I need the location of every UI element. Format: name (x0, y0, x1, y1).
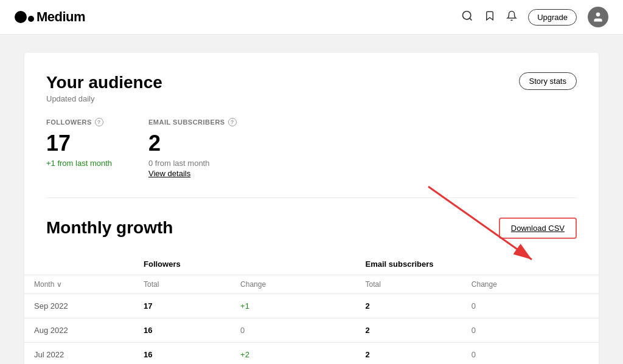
month-sub-header[interactable]: Month ∨ (24, 275, 134, 294)
month-cell: Jul 2022 (24, 342, 134, 364)
stats-row: FOLLOWERS ? 17 +1 from last month EMAIL … (46, 118, 577, 178)
email-subscribers-stat: EMAIL SUBSCRIBERS ? 2 0 from last month … (148, 118, 237, 178)
section-divider (46, 197, 577, 198)
audience-title: Your audience (46, 72, 162, 93)
email-total-cell: 2 (356, 294, 462, 318)
avatar[interactable] (588, 7, 608, 27)
email-total-cell: 2 (356, 342, 462, 364)
svg-point-0 (463, 11, 471, 19)
navbar-left: Medium (15, 9, 85, 25)
audience-card: Your audience Updated daily Story stats … (24, 53, 599, 364)
table-row: Jul 2022 16 +2 2 0 (24, 342, 599, 364)
monthly-growth-title: Monthly growth (46, 218, 173, 238)
email-subscribers-change: 0 from last month (148, 159, 237, 168)
search-icon[interactable] (461, 10, 473, 25)
table-row: Sep 2022 17 +1 2 0 (24, 294, 599, 318)
email-group-header: Email subscribers (356, 253, 599, 275)
updated-daily: Updated daily (46, 94, 162, 103)
monthly-growth-header: Monthly growth Download CSV (46, 218, 577, 239)
growth-table-wrapper: Followers Email subscribers Month ∨ Tota… (24, 253, 599, 364)
svg-point-2 (596, 13, 600, 17)
medium-logo[interactable]: Medium (15, 9, 85, 25)
upgrade-button[interactable]: Upgrade (528, 9, 577, 26)
navbar: Medium Upgrade (0, 0, 623, 35)
notification-icon[interactable] (506, 10, 517, 25)
logo-icon (15, 11, 34, 23)
followers-total-sub-header: Total (134, 275, 231, 294)
followers-label: FOLLOWERS ? (46, 118, 112, 126)
email-change-sub-header: Change (462, 275, 599, 294)
followers-group-header: Followers (134, 253, 356, 275)
sort-chevron-icon: ∨ (57, 280, 62, 289)
followers-change: +1 from last month (46, 159, 112, 168)
audience-card-header: Your audience Updated daily Story stats (46, 72, 577, 103)
email-change-cell: 0 (462, 318, 599, 342)
followers-change-sub-header: Change (231, 275, 355, 294)
email-info-icon[interactable]: ? (228, 118, 237, 126)
followers-change-cell: +2 (231, 342, 355, 364)
logo-text: Medium (37, 9, 85, 25)
month-group-header (24, 253, 134, 275)
email-subscribers-value: 2 (148, 130, 237, 156)
bookmark-icon[interactable] (484, 10, 495, 25)
email-total-sub-header: Total (356, 275, 462, 294)
followers-value: 17 (46, 130, 112, 156)
table-row: Aug 2022 16 0 2 0 (24, 318, 599, 342)
table-sub-header-row: Month ∨ Total Change Total Change (24, 275, 599, 294)
story-stats-button[interactable]: Story stats (519, 72, 577, 90)
followers-total-cell: 17 (134, 294, 231, 318)
svg-line-1 (470, 18, 472, 20)
month-cell: Aug 2022 (24, 318, 134, 342)
email-subscribers-label: EMAIL SUBSCRIBERS ? (148, 118, 237, 126)
navbar-right: Upgrade (461, 7, 608, 27)
download-csv-area: Download CSV (499, 218, 577, 239)
email-total-cell: 2 (356, 318, 462, 342)
growth-table-body: Sep 2022 17 +1 2 0 Aug 2022 16 0 2 0 Jul… (24, 294, 599, 364)
followers-info-icon[interactable]: ? (95, 118, 103, 126)
followers-change-cell: +1 (231, 294, 355, 318)
email-change-cell: 0 (462, 342, 599, 364)
table-group-header-row: Followers Email subscribers (24, 253, 599, 275)
view-details-link[interactable]: View details (148, 169, 237, 178)
growth-table: Followers Email subscribers Month ∨ Tota… (24, 253, 599, 364)
followers-change-cell: 0 (231, 318, 355, 342)
main-content: Your audience Updated daily Story stats … (0, 35, 623, 364)
followers-total-cell: 16 (134, 342, 231, 364)
email-change-cell: 0 (462, 294, 599, 318)
month-cell: Sep 2022 (24, 294, 134, 318)
download-csv-button[interactable]: Download CSV (499, 218, 577, 239)
followers-total-cell: 16 (134, 318, 231, 342)
audience-title-block: Your audience Updated daily (46, 72, 162, 103)
followers-stat: FOLLOWERS ? 17 +1 from last month (46, 118, 112, 178)
